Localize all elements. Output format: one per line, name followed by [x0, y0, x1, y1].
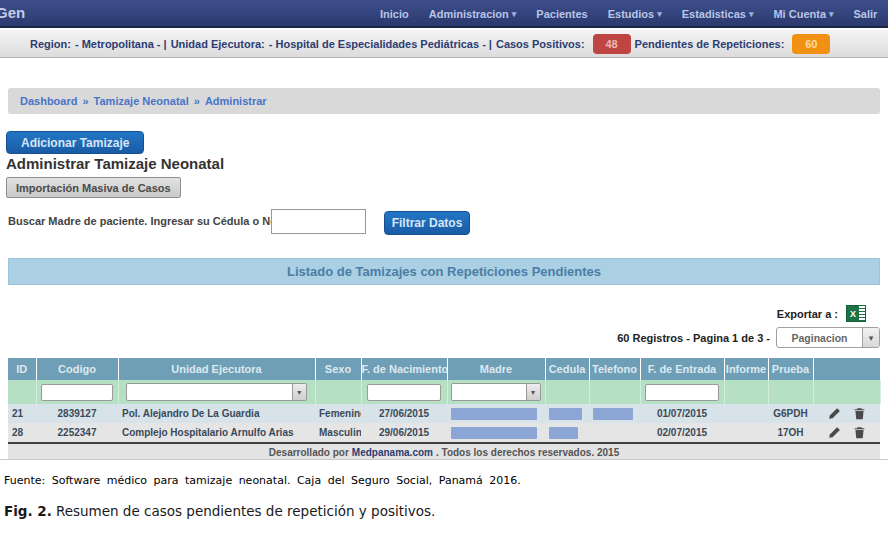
cell-unidad: Pol. Alejandro De La Guardia	[118, 404, 315, 423]
cell-cedula	[545, 423, 589, 442]
redacted-value	[451, 408, 537, 420]
cell-entrada: 01/07/2015	[640, 404, 724, 423]
breadcrumb-tamizaje[interactable]: Tamizaje Neonatal	[94, 95, 189, 107]
filter-data-button[interactable]: Filtrar Datos	[384, 211, 470, 235]
cell-id: 28	[8, 423, 36, 442]
pagination-row: 60 Registros - Pagina 1 de 3 - Paginacio…	[617, 327, 880, 348]
cell-nacimiento: 27/06/2015	[361, 404, 447, 423]
nav-item-inicio[interactable]: Inicio	[380, 8, 409, 20]
edit-icon[interactable]	[828, 426, 841, 439]
unidad-label: Unidad Ejecutora:	[171, 38, 265, 50]
table-filter-row: ▾ ▾	[8, 380, 880, 404]
table-header-row: ID Codigo Unidad Ejecutora Sexo F. de Na…	[8, 358, 880, 380]
filter-nacimiento-input[interactable]	[367, 384, 442, 401]
delete-icon[interactable]	[853, 407, 866, 420]
search-input[interactable]	[271, 209, 366, 234]
chevron-down-icon: ▾	[749, 9, 754, 19]
add-tamizaje-button[interactable]: Adicionar Tamizaje	[6, 131, 144, 154]
redacted-value	[593, 408, 633, 420]
cell-nacimiento: 29/06/2015	[361, 423, 447, 442]
col-informe[interactable]: Informe	[724, 358, 768, 380]
breadcrumb-separator-icon: »	[194, 95, 200, 107]
cell-entrada: 02/07/2015	[640, 423, 724, 442]
nav-item-estadisticas[interactable]: Estadisticas ▾	[682, 8, 754, 20]
cell-unidad: Complejo Hospitalario Arnulfo Arias	[118, 423, 315, 442]
col-unidad-ejecutora[interactable]: Unidad Ejecutora	[118, 358, 315, 380]
pagination-summary: 60 Registros - Pagina 1 de 3 -	[617, 332, 770, 344]
filter-madre-select[interactable]: ▾	[451, 383, 540, 401]
figure-caption: Fig. 2.Resumen de casos pendientes de re…	[4, 503, 435, 519]
nav-item-mi-cuenta[interactable]: Mi Cuenta ▾	[773, 8, 833, 20]
breadcrumb-dashboard[interactable]: Dashboard	[20, 95, 77, 107]
chevron-down-icon: ▾	[512, 9, 517, 19]
col-f-nacimiento[interactable]: F. de Nacimiento	[361, 358, 447, 380]
listado-header-bar: Listado de Tamizajes con Repeticiones Pe…	[8, 258, 880, 285]
search-label: Buscar Madre de paciente. Ingresar su Cé…	[8, 215, 304, 227]
pagination-select[interactable]: Paginacion ▾	[776, 327, 880, 348]
region-value: - Metropolitana - |	[75, 38, 167, 50]
filter-unidad-select[interactable]: ▾	[126, 383, 306, 401]
cell-informe	[724, 404, 768, 423]
top-navbar: Gen Inicio Administracion ▾ Pacientes Es…	[0, 0, 888, 28]
pendientes-label: Pendientes de Repeticiones:	[635, 38, 785, 50]
col-actions	[813, 358, 880, 380]
unidad-value: - Hospital de Especialidades Pediátricas…	[269, 38, 492, 50]
cell-id: 21	[8, 404, 36, 423]
cell-telefono	[589, 423, 640, 442]
cell-actions	[813, 404, 880, 423]
chevron-down-icon: ▾	[526, 384, 540, 400]
nav-item-estudios[interactable]: Estudios ▾	[608, 8, 662, 20]
col-id[interactable]: ID	[8, 358, 36, 380]
listado-title: Listado de Tamizajes con Repeticiones Pe…	[287, 264, 601, 279]
cell-codigo: 2252347	[36, 423, 118, 442]
cell-sexo: Masculino	[315, 423, 361, 442]
table-row[interactable]: 28 2252347 Complejo Hospitalario Arnulfo…	[8, 423, 880, 442]
cell-sexo: Femenino	[315, 404, 361, 423]
app-logo[interactable]: Gen	[0, 4, 25, 21]
col-cedula[interactable]: Cedula	[545, 358, 589, 380]
cell-prueba: 17OH	[768, 423, 813, 442]
page-title: Administrar Tamizaje Neonatal	[6, 155, 224, 172]
filter-entrada-input[interactable]	[645, 384, 718, 401]
col-prueba[interactable]: Prueba	[768, 358, 813, 380]
redacted-value	[451, 427, 537, 439]
figure-label: Fig. 2.	[4, 503, 52, 519]
chevron-down-icon: ▾	[657, 9, 662, 19]
col-sexo[interactable]: Sexo	[315, 358, 361, 380]
nav-item-salir[interactable]: Salir	[854, 8, 878, 20]
cell-prueba: G6PDH	[768, 404, 813, 423]
footer-brand-link[interactable]: Medpanama.com	[352, 447, 433, 458]
col-telefono[interactable]: Telefono	[589, 358, 640, 380]
breadcrumb: Dashboard » Tamizaje Neonatal » Administ…	[8, 88, 880, 114]
col-f-entrada[interactable]: F. de Entrada	[640, 358, 724, 380]
cell-telefono	[589, 404, 640, 423]
edit-icon[interactable]	[828, 407, 841, 420]
delete-icon[interactable]	[853, 426, 866, 439]
redacted-value	[549, 408, 582, 420]
cell-codigo: 2839127	[36, 404, 118, 423]
cell-actions	[813, 423, 880, 442]
nav-item-administracion[interactable]: Administracion ▾	[429, 8, 517, 20]
casos-positivos-label: Casos Positivos:	[496, 38, 585, 50]
col-codigo[interactable]: Codigo	[36, 358, 118, 380]
nav-item-pacientes[interactable]: Pacientes	[536, 8, 587, 20]
breadcrumb-administrar[interactable]: Administrar	[205, 95, 267, 107]
region-status-bar: Region: - Metropolitana - | Unidad Ejecu…	[0, 30, 888, 58]
filter-codigo-input[interactable]	[41, 384, 112, 401]
col-madre[interactable]: Madre	[447, 358, 545, 380]
cell-madre	[447, 404, 545, 423]
tamizajes-table: ID Codigo Unidad Ejecutora Sexo F. de Na…	[8, 358, 880, 460]
region-label: Region:	[30, 38, 71, 50]
redacted-value	[549, 427, 578, 439]
table-row[interactable]: 21 2839127 Pol. Alejandro De La Guardia …	[8, 404, 880, 423]
cell-informe	[724, 423, 768, 442]
table-footer: Desarrollado por Medpanama.com. Todos lo…	[8, 444, 880, 460]
cell-cedula	[545, 404, 589, 423]
breadcrumb-separator-icon: »	[82, 95, 88, 107]
spreadsheet-grid-icon	[859, 306, 865, 321]
chevron-down-icon: ▾	[292, 384, 306, 400]
cell-madre	[447, 423, 545, 442]
app-window: Gen Inicio Administracion ▾ Pacientes Es…	[0, 0, 888, 535]
excel-export-icon[interactable]: X	[846, 305, 866, 322]
import-masiva-button[interactable]: Importación Masiva de Casos	[6, 177, 181, 198]
